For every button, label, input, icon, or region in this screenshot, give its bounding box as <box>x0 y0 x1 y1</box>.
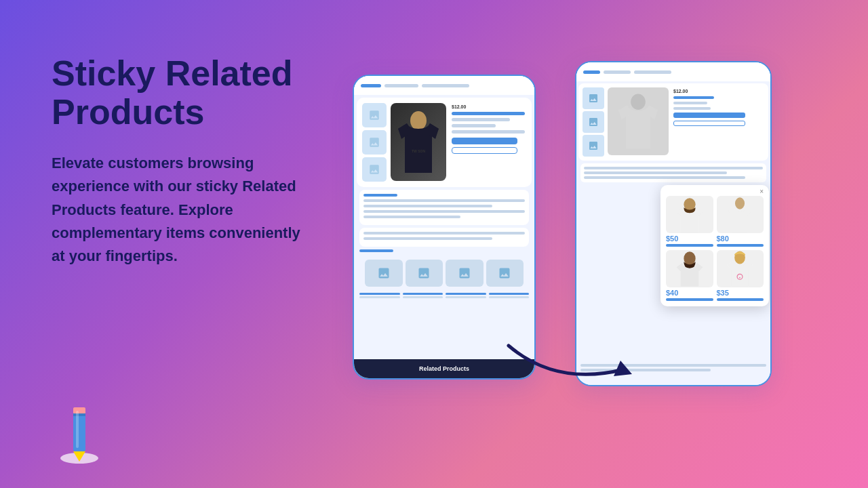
section-title-line <box>363 194 397 197</box>
rp-thumb-list <box>583 87 604 157</box>
rp-btn-2 <box>673 121 745 126</box>
related-thumb-4 <box>486 260 524 287</box>
header-line-2 <box>384 84 418 87</box>
price-item-1 <box>359 293 400 298</box>
popup-close-button[interactable]: × <box>760 188 764 195</box>
thumb-1 <box>362 103 387 127</box>
related-thumb-2 <box>406 260 443 287</box>
rp-btn-1 <box>673 113 745 118</box>
popup-price-line-4 <box>717 298 764 301</box>
popup-item-2: $80 <box>717 196 764 247</box>
rp-info-line-3 <box>673 107 711 110</box>
svg-rect-3 <box>73 407 85 414</box>
popup-item-4-image: ♥ <box>717 250 764 287</box>
rp-header-line-2 <box>604 70 631 74</box>
related-row <box>359 256 529 291</box>
thumb-3 <box>362 157 387 182</box>
svg-point-8 <box>631 94 646 110</box>
content-line-1 <box>363 199 525 202</box>
rp-product-area: $12.00 <box>578 83 768 161</box>
popup-item-3-image <box>666 250 713 287</box>
info-line-1 <box>452 112 525 115</box>
popup-price-2: $80 <box>717 235 764 243</box>
thumbnail-list <box>362 103 387 182</box>
phone-left-header <box>354 76 534 95</box>
left-section: Sticky Related Products Elevate customer… <box>52 54 309 268</box>
rp-price-display: $12.00 <box>673 89 763 94</box>
content-line-5 <box>363 232 525 235</box>
rp-thumb-3 <box>583 135 604 157</box>
product-info: $12.00 <box>450 103 526 182</box>
rp-content-block <box>580 163 766 182</box>
price-item-4 <box>489 293 530 298</box>
content-line-6 <box>363 237 492 240</box>
popup-item-3: $40 <box>666 250 713 301</box>
content-line-3 <box>363 210 525 213</box>
popup-product-grid: $50 $80 <box>666 196 764 301</box>
popup-price-line-3 <box>666 298 713 301</box>
price-row <box>359 293 529 298</box>
header-line-3 <box>422 84 469 87</box>
info-line-3 <box>452 124 496 127</box>
popup-price-line-1 <box>666 244 713 247</box>
content-line-4 <box>363 216 460 218</box>
svg-point-10 <box>735 197 745 209</box>
rp-header-line-1 <box>583 70 600 74</box>
popup-price-line-2 <box>717 244 764 247</box>
arrow-container <box>502 332 637 393</box>
content-line-2 <box>363 205 492 207</box>
content-block-1 <box>359 190 529 225</box>
rp-main-product-image <box>608 87 669 155</box>
popup-price-3: $40 <box>666 289 713 297</box>
popup-price-1: $50 <box>666 235 713 243</box>
svg-rect-5 <box>76 411 79 448</box>
add-to-cart-btn <box>452 138 517 144</box>
rp-thumb-1 <box>583 87 604 109</box>
info-line-4 <box>452 130 525 134</box>
svg-marker-15 <box>614 361 632 376</box>
popup-item-2-image <box>717 196 764 233</box>
price-display: $12.00 <box>452 104 525 109</box>
svg-rect-4 <box>73 413 85 416</box>
main-title: Sticky Related Products <box>52 54 309 131</box>
svg-text:TW SON: TW SON <box>412 149 425 153</box>
pencil-illustration <box>54 404 105 468</box>
svg-point-6 <box>410 111 427 130</box>
info-line-2 <box>452 118 510 121</box>
rp-thumb-2 <box>583 111 604 133</box>
related-thumb-3 <box>446 260 484 287</box>
popup-item-4: ♥ $35 <box>717 250 764 301</box>
rp-info-line-2 <box>673 102 707 104</box>
product-card: TW SON $12.00 <box>357 98 532 187</box>
popup-item-1-image <box>666 196 713 233</box>
svg-rect-1 <box>73 411 85 451</box>
related-thumb-1 <box>365 260 403 287</box>
price-item-2 <box>403 293 443 298</box>
related-section-label <box>359 249 393 252</box>
wishlist-btn <box>452 147 517 154</box>
rp-product-info: $12.00 <box>672 87 764 157</box>
thumb-2 <box>362 130 387 155</box>
popup-item-1: $50 <box>666 196 713 247</box>
phone-right-header <box>576 62 770 81</box>
rp-header-line-3 <box>634 70 671 74</box>
related-products-popup: × $50 <box>660 185 769 306</box>
popup-price-4: $35 <box>717 289 764 297</box>
main-product-image: TW SON <box>391 103 446 181</box>
related-thumbnails-section <box>359 249 529 298</box>
rp-info-line-1 <box>673 96 714 99</box>
content-block-2 <box>359 228 529 247</box>
header-line-1 <box>361 84 381 87</box>
description-text: Elevate customers browsing experience wi… <box>52 152 309 267</box>
price-item-3 <box>446 293 486 298</box>
